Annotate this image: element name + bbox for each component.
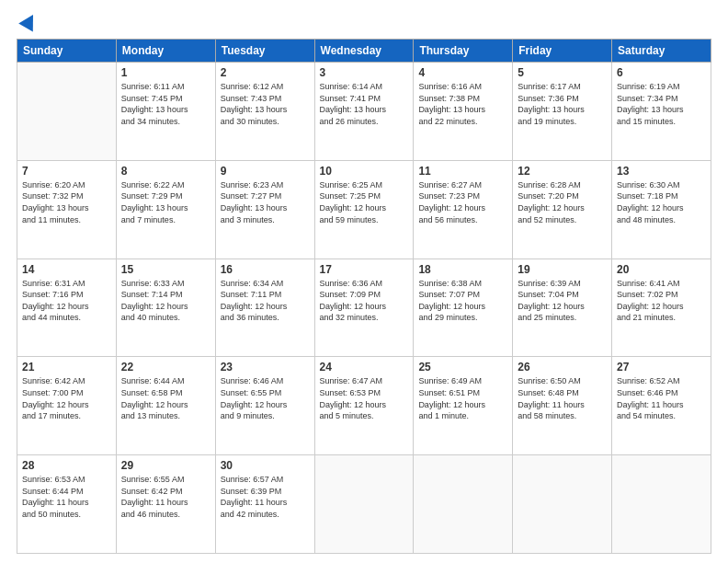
calendar-cell: 28Sunrise: 6:53 AMSunset: 6:44 PMDayligh…: [17, 455, 117, 554]
day-info: Sunrise: 6:52 AMSunset: 6:46 PMDaylight:…: [617, 375, 706, 421]
calendar-cell: 2Sunrise: 6:12 AMSunset: 7:43 PMDaylight…: [215, 63, 314, 161]
calendar-cell: 7Sunrise: 6:20 AMSunset: 7:32 PMDaylight…: [17, 160, 117, 259]
day-info: Sunrise: 6:33 AMSunset: 7:14 PMDaylight:…: [121, 278, 210, 324]
day-info: Sunrise: 6:23 AMSunset: 7:27 PMDaylight:…: [221, 179, 310, 225]
calendar-cell: 21Sunrise: 6:42 AMSunset: 7:00 PMDayligh…: [17, 357, 117, 455]
weekday-header-wednesday: Wednesday: [314, 40, 414, 63]
day-info: Sunrise: 6:47 AMSunset: 6:53 PMDaylight:…: [320, 375, 409, 421]
calendar-cell: 9Sunrise: 6:23 AMSunset: 7:27 PMDaylight…: [215, 160, 314, 259]
day-number: 9: [221, 165, 310, 178]
calendar-cell: [612, 455, 711, 554]
logo-triangle-icon: [18, 11, 40, 32]
day-info: Sunrise: 6:25 AMSunset: 7:25 PMDaylight:…: [320, 179, 409, 225]
day-number: 15: [121, 263, 210, 276]
calendar-cell: 5Sunrise: 6:17 AMSunset: 7:36 PMDaylight…: [513, 63, 612, 161]
day-info: Sunrise: 6:36 AMSunset: 7:09 PMDaylight:…: [320, 278, 409, 324]
calendar-cell: 16Sunrise: 6:34 AMSunset: 7:11 PMDayligh…: [215, 259, 314, 357]
day-number: 16: [221, 263, 310, 276]
day-info: Sunrise: 6:41 AMSunset: 7:02 PMDaylight:…: [617, 278, 706, 324]
day-number: 14: [22, 263, 111, 276]
day-number: 11: [418, 165, 507, 178]
day-number: 17: [320, 263, 409, 276]
day-number: 19: [518, 263, 607, 276]
day-number: 10: [320, 165, 409, 178]
day-info: Sunrise: 6:27 AMSunset: 7:23 PMDaylight:…: [418, 179, 507, 225]
day-number: 1: [121, 66, 210, 79]
day-number: 7: [22, 165, 111, 178]
day-info: Sunrise: 6:46 AMSunset: 6:55 PMDaylight:…: [221, 375, 310, 421]
day-number: 20: [617, 263, 706, 276]
calendar-header-row: SundayMondayTuesdayWednesdayThursdayFrid…: [17, 40, 711, 63]
day-number: 23: [221, 361, 310, 373]
calendar-week-row: 7Sunrise: 6:20 AMSunset: 7:32 PMDaylight…: [17, 160, 711, 259]
calendar-cell: 4Sunrise: 6:16 AMSunset: 7:38 PMDaylight…: [414, 63, 513, 161]
day-number: 28: [22, 459, 111, 472]
day-info: Sunrise: 6:20 AMSunset: 7:32 PMDaylight:…: [22, 179, 111, 225]
calendar-table: SundayMondayTuesdayWednesdayThursdayFrid…: [17, 39, 711, 554]
calendar-week-row: 28Sunrise: 6:53 AMSunset: 6:44 PMDayligh…: [17, 455, 711, 554]
day-info: Sunrise: 6:57 AMSunset: 6:39 PMDaylight:…: [221, 474, 310, 520]
calendar-cell: 25Sunrise: 6:49 AMSunset: 6:51 PMDayligh…: [414, 357, 513, 455]
day-info: Sunrise: 6:17 AMSunset: 7:36 PMDaylight:…: [518, 81, 607, 127]
day-info: Sunrise: 6:38 AMSunset: 7:07 PMDaylight:…: [418, 278, 507, 324]
day-info: Sunrise: 6:14 AMSunset: 7:41 PMDaylight:…: [320, 81, 409, 127]
day-info: Sunrise: 6:50 AMSunset: 6:48 PMDaylight:…: [518, 375, 607, 421]
calendar-cell: [414, 455, 513, 554]
calendar-cell: 20Sunrise: 6:41 AMSunset: 7:02 PMDayligh…: [612, 259, 711, 357]
day-number: 21: [22, 361, 111, 373]
calendar-cell: 8Sunrise: 6:22 AMSunset: 7:29 PMDaylight…: [116, 160, 215, 259]
calendar-cell: 14Sunrise: 6:31 AMSunset: 7:16 PMDayligh…: [17, 259, 117, 357]
weekday-header-friday: Friday: [513, 40, 612, 63]
weekday-header-saturday: Saturday: [612, 40, 711, 63]
day-number: 27: [617, 361, 706, 373]
day-info: Sunrise: 6:39 AMSunset: 7:04 PMDaylight:…: [518, 278, 607, 324]
day-info: Sunrise: 6:42 AMSunset: 7:00 PMDaylight:…: [22, 375, 111, 421]
weekday-header-thursday: Thursday: [414, 40, 513, 63]
calendar-cell: [314, 455, 414, 554]
calendar-week-row: 1Sunrise: 6:11 AMSunset: 7:45 PMDaylight…: [17, 63, 711, 161]
calendar-cell: 30Sunrise: 6:57 AMSunset: 6:39 PMDayligh…: [215, 455, 314, 554]
day-info: Sunrise: 6:22 AMSunset: 7:29 PMDaylight:…: [121, 179, 210, 225]
day-info: Sunrise: 6:12 AMSunset: 7:43 PMDaylight:…: [221, 81, 310, 127]
calendar-cell: 26Sunrise: 6:50 AMSunset: 6:48 PMDayligh…: [513, 357, 612, 455]
calendar-cell: 10Sunrise: 6:25 AMSunset: 7:25 PMDayligh…: [314, 160, 414, 259]
day-info: Sunrise: 6:28 AMSunset: 7:20 PMDaylight:…: [518, 179, 607, 225]
day-info: Sunrise: 6:34 AMSunset: 7:11 PMDaylight:…: [221, 278, 310, 324]
calendar-cell: 29Sunrise: 6:55 AMSunset: 6:42 PMDayligh…: [116, 455, 215, 554]
calendar-cell: 18Sunrise: 6:38 AMSunset: 7:07 PMDayligh…: [414, 259, 513, 357]
weekday-header-tuesday: Tuesday: [215, 40, 314, 63]
weekday-header-monday: Monday: [116, 40, 215, 63]
day-info: Sunrise: 6:19 AMSunset: 7:34 PMDaylight:…: [617, 81, 706, 127]
day-number: 22: [121, 361, 210, 373]
day-number: 24: [320, 361, 409, 373]
calendar-cell: 13Sunrise: 6:30 AMSunset: 7:18 PMDayligh…: [612, 160, 711, 259]
weekday-header-sunday: Sunday: [17, 40, 117, 63]
calendar-cell: 6Sunrise: 6:19 AMSunset: 7:34 PMDaylight…: [612, 63, 711, 161]
day-info: Sunrise: 6:11 AMSunset: 7:45 PMDaylight:…: [121, 81, 210, 127]
calendar-cell: 11Sunrise: 6:27 AMSunset: 7:23 PMDayligh…: [414, 160, 513, 259]
calendar-cell: 17Sunrise: 6:36 AMSunset: 7:09 PMDayligh…: [314, 259, 414, 357]
day-number: 30: [221, 459, 310, 472]
calendar-week-row: 21Sunrise: 6:42 AMSunset: 7:00 PMDayligh…: [17, 357, 711, 455]
day-number: 12: [518, 165, 607, 178]
day-number: 3: [320, 66, 409, 79]
day-info: Sunrise: 6:30 AMSunset: 7:18 PMDaylight:…: [617, 179, 706, 225]
calendar-cell: 12Sunrise: 6:28 AMSunset: 7:20 PMDayligh…: [513, 160, 612, 259]
day-info: Sunrise: 6:44 AMSunset: 6:58 PMDaylight:…: [121, 375, 210, 421]
calendar-cell: [17, 63, 117, 161]
calendar-cell: 3Sunrise: 6:14 AMSunset: 7:41 PMDaylight…: [314, 63, 414, 161]
calendar-cell: 27Sunrise: 6:52 AMSunset: 6:46 PMDayligh…: [612, 357, 711, 455]
calendar-cell: 15Sunrise: 6:33 AMSunset: 7:14 PMDayligh…: [116, 259, 215, 357]
calendar-cell: 19Sunrise: 6:39 AMSunset: 7:04 PMDayligh…: [513, 259, 612, 357]
day-number: 13: [617, 165, 706, 178]
calendar-cell: 22Sunrise: 6:44 AMSunset: 6:58 PMDayligh…: [116, 357, 215, 455]
day-info: Sunrise: 6:31 AMSunset: 7:16 PMDaylight:…: [22, 278, 111, 324]
logo: [17, 17, 38, 31]
day-info: Sunrise: 6:16 AMSunset: 7:38 PMDaylight:…: [418, 81, 507, 127]
header: [17, 17, 711, 31]
day-number: 25: [418, 361, 507, 373]
day-info: Sunrise: 6:55 AMSunset: 6:42 PMDaylight:…: [121, 474, 210, 520]
day-number: 5: [518, 66, 607, 79]
day-number: 8: [121, 165, 210, 178]
day-number: 29: [121, 459, 210, 472]
